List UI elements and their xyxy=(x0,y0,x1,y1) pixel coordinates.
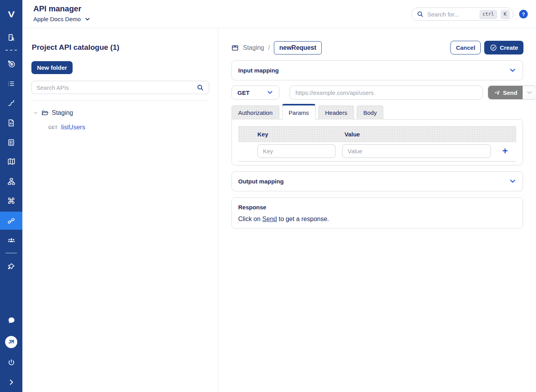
map-icon xyxy=(7,157,16,166)
chevron-down-icon[interactable] xyxy=(33,111,38,115)
file-code-icon xyxy=(7,119,15,127)
nav-map[interactable] xyxy=(0,152,22,171)
param-key-input[interactable] xyxy=(257,144,335,158)
nav-journeys[interactable] xyxy=(0,94,22,112)
params-row-divider xyxy=(238,161,516,162)
nav-members[interactable] xyxy=(0,231,22,249)
command-icon: ⌘ xyxy=(7,197,15,205)
project-name: Apple Docs Demo xyxy=(33,16,81,22)
send-options-button[interactable] xyxy=(523,86,536,99)
param-value-input[interactable] xyxy=(342,144,491,158)
api-search-box xyxy=(31,81,209,94)
method-dropdown[interactable]: GET xyxy=(232,85,279,100)
catalogue-title: Project API catalogue (1) xyxy=(32,43,119,52)
breadcrumb: Staging / newRequest xyxy=(231,41,322,55)
method-value: GET xyxy=(237,89,250,96)
logout-button[interactable] xyxy=(0,354,22,372)
response-section: Response Click on Send to get a response… xyxy=(232,197,523,229)
request-editor: Staging / newRequest Cancel Create Input… xyxy=(218,28,536,392)
left-nav-rail: V xyxy=(0,0,22,392)
request-method-tag: GET xyxy=(48,125,58,130)
tab-body[interactable]: Body xyxy=(357,105,383,120)
nav-lists[interactable] xyxy=(0,74,22,93)
tree-folder-staging[interactable]: Staging xyxy=(33,109,73,116)
input-mapping-toggle[interactable]: Input mapping xyxy=(232,61,523,80)
nav-chat-support[interactable] xyxy=(0,312,22,330)
folder-label: Staging xyxy=(52,109,73,116)
add-param-button[interactable]: + xyxy=(499,145,511,157)
output-mapping-title: Output mapping xyxy=(238,178,284,185)
user-avatar[interactable]: JM xyxy=(0,333,22,351)
tree-request-listusers[interactable]: GET listUsers xyxy=(48,124,85,131)
avatar-initials: JM xyxy=(5,336,17,348)
chevron-down-icon xyxy=(266,89,273,96)
response-hint: Click on Send to get a response. xyxy=(238,216,329,223)
params-panel: Key Value + xyxy=(232,119,523,165)
chevron-down-icon xyxy=(526,89,533,96)
logo-v-icon: V xyxy=(8,9,14,19)
column-header-value: Value xyxy=(345,131,360,138)
api-manager-app: V xyxy=(0,0,536,392)
api-search-input[interactable] xyxy=(36,84,197,91)
response-hint-prefix: Click on xyxy=(238,216,262,222)
nav-code-files[interactable] xyxy=(0,114,22,132)
tab-headers[interactable]: Headers xyxy=(318,105,354,120)
chevron-right-icon xyxy=(7,378,15,386)
plug-connection-icon xyxy=(7,216,16,225)
nav-api-manager-active[interactable] xyxy=(0,212,22,230)
help-button[interactable]: ? xyxy=(519,10,528,18)
tab-params[interactable]: Params xyxy=(282,104,316,120)
path-icon xyxy=(7,99,16,107)
folder-open-icon xyxy=(41,109,49,116)
output-mapping-section: Output mapping xyxy=(232,171,523,191)
building-person-icon xyxy=(7,33,15,42)
project-selector[interactable]: Apple Docs Demo xyxy=(33,16,91,22)
kbd-k: K xyxy=(501,10,510,18)
request-tabs: Authorization Params Headers Body xyxy=(232,103,383,120)
catalogue-divider xyxy=(31,100,209,101)
nav-checklists[interactable] xyxy=(0,133,22,151)
brand-logo[interactable]: V xyxy=(0,0,22,28)
archive-box-icon xyxy=(231,44,239,52)
response-title: Response xyxy=(238,204,266,211)
create-button[interactable]: Create xyxy=(484,41,523,54)
response-hint-suffix: to get a response. xyxy=(277,216,329,222)
kbd-ctrl: ctrl xyxy=(479,10,497,18)
create-button-label: Create xyxy=(500,44,518,51)
api-catalogue-panel: Project API catalogue (1) New folder Sta… xyxy=(22,28,218,392)
url-input[interactable] xyxy=(290,85,483,100)
nav-commands[interactable]: ⌘ xyxy=(0,192,22,210)
new-folder-button[interactable]: New folder xyxy=(31,61,73,74)
send-button[interactable]: Send xyxy=(488,86,523,99)
breadcrumb-folder[interactable]: Staging xyxy=(243,44,264,51)
params-table-header: Key Value xyxy=(238,126,516,142)
nav-pinned[interactable] xyxy=(0,258,22,276)
global-search-input[interactable]: Search for... ctrl K xyxy=(411,7,513,21)
input-mapping-section: Input mapping xyxy=(232,60,523,80)
search-icon[interactable] xyxy=(197,84,204,91)
tab-authorization[interactable]: Authorization xyxy=(232,105,279,120)
nav-organization[interactable] xyxy=(0,28,22,46)
top-header: API manager Apple Docs Demo Search for..… xyxy=(22,0,536,28)
send-link[interactable]: Send xyxy=(262,216,277,222)
workflow-icon xyxy=(7,177,16,186)
checklist-icon xyxy=(7,138,15,147)
expand-rail-button[interactable] xyxy=(0,373,22,391)
nav-goals[interactable] xyxy=(0,55,22,73)
request-name-link: listUsers xyxy=(61,124,85,131)
chevron-down-icon xyxy=(509,67,516,74)
paper-plane-icon xyxy=(494,89,500,96)
nav-workflows[interactable] xyxy=(0,172,22,191)
request-name-input[interactable]: newRequest xyxy=(274,41,322,54)
send-split-button: Send xyxy=(488,85,536,100)
send-button-label: Send xyxy=(503,89,518,96)
search-placeholder: Search for... xyxy=(427,11,476,18)
param-row: + xyxy=(232,144,523,158)
check-circle-icon xyxy=(490,44,497,51)
users-icon xyxy=(7,236,16,245)
output-mapping-toggle[interactable]: Output mapping xyxy=(232,172,523,191)
help-icon: ? xyxy=(522,11,525,17)
search-icon xyxy=(417,11,424,18)
target-icon xyxy=(7,60,16,68)
cancel-button[interactable]: Cancel xyxy=(450,41,481,54)
